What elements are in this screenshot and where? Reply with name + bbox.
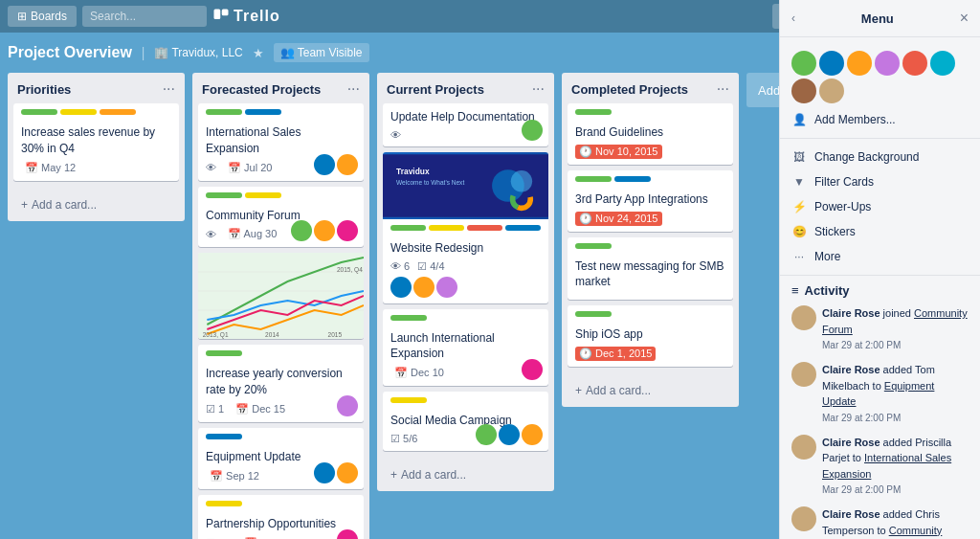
add-members-item[interactable]: 👤 Add Members... [780, 107, 980, 132]
card-avatars [522, 120, 543, 141]
label-yellow [429, 225, 464, 231]
add-card-button-completed[interactable]: + Add a card... [568, 378, 733, 403]
card[interactable]: Increase sales revenue by 30% in Q4 📅 Ma… [13, 103, 179, 181]
change-background-item[interactable]: 🖼 Change Background [780, 145, 980, 169]
member-avatar[interactable] [819, 51, 844, 76]
activity-label: Activity [805, 283, 850, 298]
member-avatar[interactable] [819, 79, 844, 103]
card-avatar [337, 529, 358, 539]
card-due: 📅 Jul 20 [224, 161, 276, 175]
member-avatar[interactable] [902, 51, 927, 76]
more-item[interactable]: ··· More [780, 244, 980, 269]
card-meta: 🕐 Nov 24, 2015 [575, 212, 725, 226]
plus-icon: + [575, 384, 582, 397]
list-content-priorities: Increase sales revenue by 30% in Q4 📅 Ma… [8, 103, 185, 192]
card[interactable]: 3rd Party App Integrations 🕐 Nov 24, 201… [568, 170, 733, 232]
eye-icon: 👁 6 [390, 260, 410, 272]
card-labels [206, 109, 356, 120]
menu-close-button[interactable]: × [960, 10, 969, 27]
member-avatar[interactable] [875, 51, 900, 76]
add-card-label: Add a card... [401, 468, 466, 482]
boards-button[interactable]: ⊞ Boards [8, 6, 77, 27]
card-title: International Sales Expansion [206, 124, 356, 157]
card[interactable]: Increase yearly conversion rate by 20% ☑… [198, 345, 364, 422]
activity-link[interactable]: International Sales Expansion [822, 452, 951, 480]
card[interactable]: Test new messaging for SMB market [568, 237, 733, 301]
card[interactable]: Equipment Update 📅 Sep 12 [198, 428, 364, 489]
card-avatars [337, 529, 358, 539]
add-card-button-current[interactable]: + Add a card... [383, 462, 548, 487]
filter-cards-item[interactable]: ▼ Filter Cards [780, 169, 980, 194]
plus-icon: + [390, 468, 397, 482]
activity-item: Claire Rose added Tom Mikelbach to Equip… [791, 362, 969, 425]
menu-header: ‹ Menu × [780, 0, 980, 37]
visibility-icon: 👥 [280, 46, 295, 59]
card[interactable]: Social Media Campaign ☑ 5/6 [383, 392, 548, 451]
logo-text: Trello [234, 8, 280, 25]
list-menu-button-current[interactable]: ··· [532, 80, 545, 98]
activity-text: Claire Rose added Tom Mikelbach to Equip… [822, 362, 969, 425]
list-title-completed: Completed Projects [571, 82, 688, 97]
activity-text: Claire Rose joined Community Forum Mar 2… [822, 305, 969, 352]
change-background-label: Change Background [814, 150, 919, 164]
member-avatar[interactable] [791, 51, 816, 76]
search-input[interactable] [82, 6, 207, 27]
card[interactable]: International Sales Expansion 👁 📅 Jul 20 [198, 103, 364, 181]
label-green [206, 109, 242, 115]
power-ups-item[interactable]: ⚡ Power-Ups [780, 194, 980, 219]
stickers-item[interactable]: 😊 Stickers [780, 219, 980, 244]
card-avatar [291, 220, 312, 241]
board-title: Project Overview [8, 44, 132, 61]
card-labels [575, 176, 725, 187]
boards-label: Boards [31, 10, 67, 23]
label-green [21, 109, 57, 115]
list-menu-button-completed[interactable]: ··· [717, 80, 729, 98]
label-green [575, 243, 612, 249]
card-avatar [337, 154, 358, 175]
eye-icon: 👁 [206, 229, 216, 240]
list-header-priorities: Priorities ··· [8, 73, 185, 103]
star-icon[interactable]: ★ [253, 46, 264, 60]
card[interactable]: Community Forum 👁 📅 Aug 30 [198, 187, 364, 248]
board-org: 🏢 Travidux, LLC [154, 46, 242, 59]
activity-link[interactable]: Community Forum [822, 525, 942, 540]
card[interactable]: Travidux Welcome to What's Next [383, 152, 548, 303]
checklist-icon: ☑ 1 [206, 403, 224, 415]
member-avatar[interactable] [791, 79, 816, 103]
card[interactable]: Update Help Documentation 👁 [383, 103, 548, 146]
card-labels [575, 311, 725, 322]
card[interactable]: Brand Guidelines 🕐 Nov 10, 2015 [568, 103, 733, 165]
menu-panel: ‹ Menu × 👤 Add Members... 🖼 Change Backg… [779, 0, 980, 539]
list-title-forecasted: Forecasted Projects [202, 82, 321, 97]
activity-icon: ≡ [791, 283, 799, 298]
member-avatar[interactable] [847, 51, 872, 76]
card[interactable]: Partnership Opportunities ☑ 0/5 📅 Dec 18 [198, 495, 364, 539]
add-card-button-priorities[interactable]: + Add a card... [13, 192, 179, 217]
list-completed: Completed Projects ··· Brand Guidelines … [562, 73, 739, 407]
org-name: Travidux, LLC [171, 46, 242, 59]
chart-card[interactable]: 2013, Q1 2014 2015 2015, Q4 [198, 253, 364, 339]
label-orange [100, 109, 136, 115]
add-members-label: Add Members... [814, 113, 896, 126]
card-title: Brand Guidelines [575, 124, 725, 141]
svg-text:2013, Q1: 2013, Q1 [203, 331, 229, 339]
list-menu-button-forecasted[interactable]: ··· [347, 80, 360, 98]
label-yellow [60, 109, 97, 115]
card-meta: 🕐 Dec 1, 2015 [575, 347, 725, 361]
list-header-forecasted: Forecasted Projects ··· [192, 73, 369, 103]
card-due: 🕐 Nov 10, 2015 [575, 145, 662, 159]
member-avatar[interactable] [930, 51, 955, 76]
checklist-icon: ☑ 5/6 [390, 433, 417, 445]
card[interactable]: Launch International Expansion 📅 Dec 10 [383, 309, 548, 387]
card[interactable]: Ship iOS app 🕐 Dec 1, 2015 [568, 305, 733, 367]
card-labels [390, 397, 541, 408]
label-green [206, 350, 242, 356]
list-menu-button-priorities[interactable]: ··· [163, 80, 175, 98]
activity-link[interactable]: Equipment Update [822, 380, 934, 408]
card-title: Partnership Opportunities [206, 516, 356, 532]
label-blue [505, 225, 541, 231]
card-avatar [337, 462, 358, 483]
list-priorities: Priorities ··· Increase sales revenue by… [8, 73, 185, 221]
power-ups-label: Power-Ups [814, 200, 871, 213]
filter-icon: ▼ [791, 175, 807, 189]
